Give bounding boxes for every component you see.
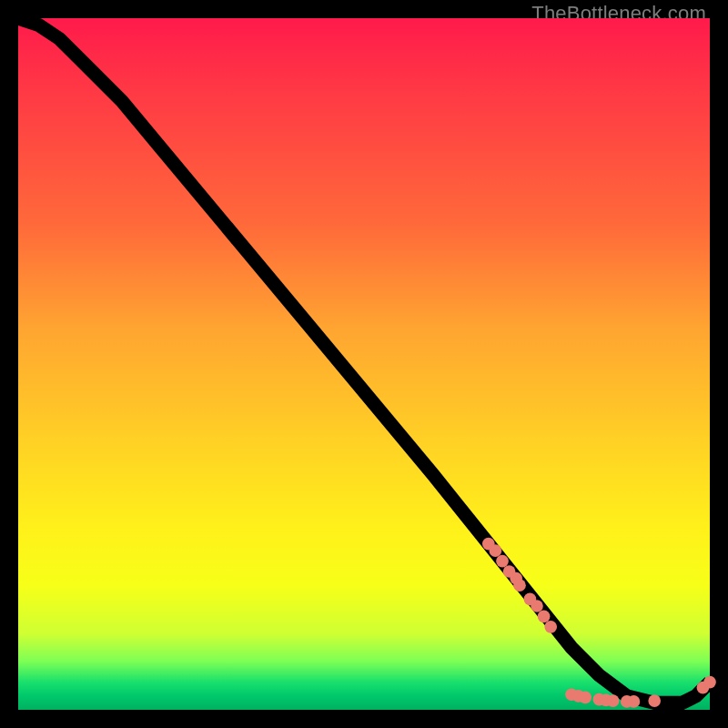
plot-overlay: [18, 18, 710, 710]
highlight-point: [628, 695, 641, 708]
chart-container: TheBottleneck.com: [0, 0, 728, 728]
highlight-point: [544, 621, 557, 633]
highlight-point: [496, 555, 509, 568]
highlight-point: [513, 579, 526, 592]
highlight-point: [538, 611, 551, 623]
highlight-point: [703, 676, 716, 689]
highlight-point: [607, 694, 620, 707]
highlight-point: [579, 691, 592, 703]
highlight-point: [531, 600, 543, 612]
bottleneck-curve: [18, 18, 710, 703]
highlight-point: [648, 694, 661, 707]
highlight-point: [490, 544, 502, 557]
